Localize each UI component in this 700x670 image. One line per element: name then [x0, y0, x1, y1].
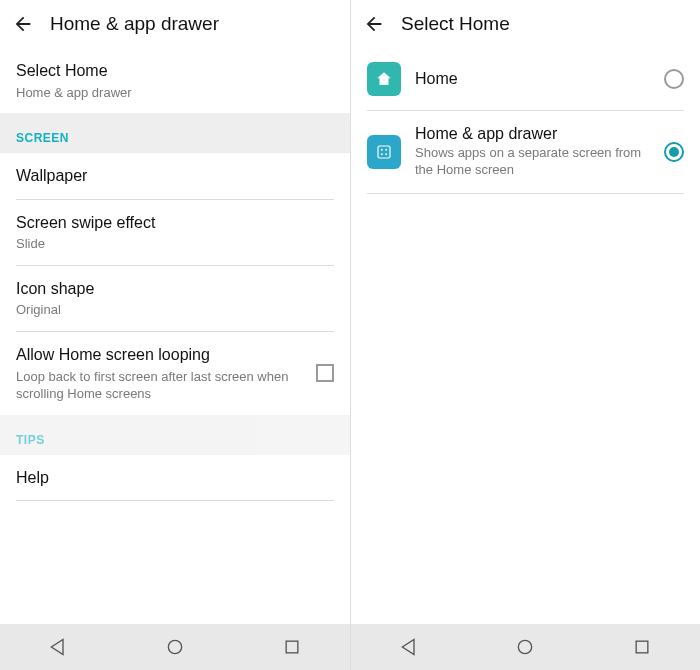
looping-title: Allow Home screen looping	[16, 344, 304, 366]
right-screen: Select Home Home Home & app drawer	[350, 0, 700, 670]
svg-point-0	[168, 640, 181, 653]
wallpaper-label: Wallpaper	[16, 165, 334, 187]
option-desc: Shows apps on a separate screen from the…	[415, 145, 650, 179]
appbar: Home & app drawer	[0, 0, 350, 48]
svg-point-4	[385, 149, 387, 151]
help-label: Help	[16, 467, 334, 489]
home-icon	[367, 62, 401, 96]
nav-recent-button[interactable]	[612, 624, 672, 670]
nav-recent-button[interactable]	[262, 624, 322, 670]
select-home-subtitle: Home & app drawer	[16, 84, 334, 102]
nav-back-button[interactable]	[28, 624, 88, 670]
svg-rect-8	[636, 641, 648, 653]
divider	[367, 193, 684, 194]
navigation-bar	[351, 624, 700, 670]
back-icon[interactable]	[12, 13, 34, 35]
section-header-tips: TIPS	[0, 415, 350, 455]
left-screen: Home & app drawer Select Home Home & app…	[0, 0, 350, 670]
nav-home-button[interactable]	[495, 624, 555, 670]
option-title: Home	[415, 70, 650, 88]
swipe-effect-value: Slide	[16, 235, 334, 253]
radio-home-app-drawer[interactable]	[664, 142, 684, 162]
page-title: Select Home	[401, 13, 510, 35]
appbar: Select Home	[351, 0, 700, 48]
app-drawer-icon	[367, 135, 401, 169]
radio-home[interactable]	[664, 69, 684, 89]
wallpaper-row[interactable]: Wallpaper	[0, 153, 350, 199]
svg-point-5	[381, 153, 383, 155]
icon-shape-row[interactable]: Icon shape Original	[0, 266, 350, 331]
svg-rect-1	[286, 641, 298, 653]
icon-shape-value: Original	[16, 301, 334, 319]
back-icon[interactable]	[363, 13, 385, 35]
help-row[interactable]: Help	[0, 455, 350, 501]
looping-desc: Loop back to first screen after last scr…	[16, 368, 304, 403]
nav-home-button[interactable]	[145, 624, 205, 670]
page-title: Home & app drawer	[50, 13, 219, 35]
select-home-title: Select Home	[16, 60, 334, 82]
option-home-app-drawer[interactable]: Home & app drawer Shows apps on a separa…	[351, 111, 700, 193]
option-title: Home & app drawer	[415, 125, 650, 143]
looping-row[interactable]: Allow Home screen looping Loop back to f…	[0, 332, 350, 415]
nav-back-button[interactable]	[379, 624, 439, 670]
content-right: Home Home & app drawer Shows apps on a s…	[351, 48, 700, 624]
svg-rect-2	[378, 146, 390, 158]
svg-point-6	[385, 153, 387, 155]
option-home[interactable]: Home	[351, 48, 700, 110]
swipe-effect-title: Screen swipe effect	[16, 212, 334, 234]
svg-point-7	[519, 640, 532, 653]
navigation-bar	[0, 624, 350, 670]
content-left: Select Home Home & app drawer SCREEN Wal…	[0, 48, 350, 624]
section-header-screen: SCREEN	[0, 113, 350, 153]
svg-point-3	[381, 149, 383, 151]
looping-checkbox[interactable]	[316, 364, 334, 382]
divider	[16, 500, 334, 501]
swipe-effect-row[interactable]: Screen swipe effect Slide	[0, 200, 350, 265]
icon-shape-title: Icon shape	[16, 278, 334, 300]
select-home-row[interactable]: Select Home Home & app drawer	[0, 48, 350, 113]
